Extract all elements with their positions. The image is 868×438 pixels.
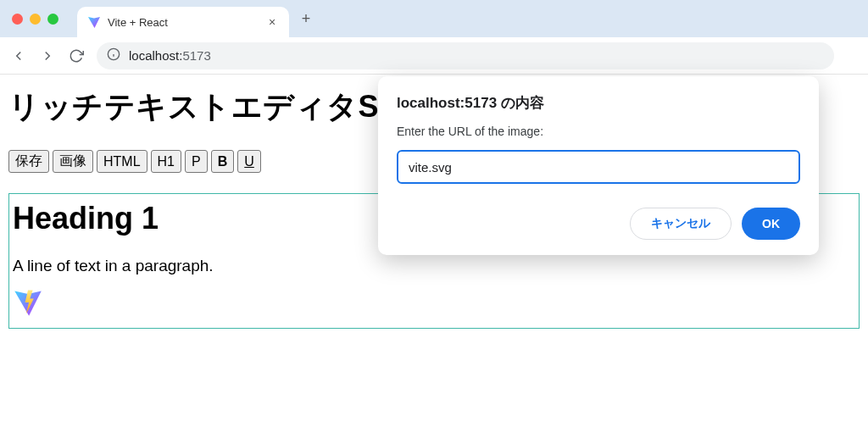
p-button[interactable]: P <box>185 150 208 173</box>
back-icon[interactable] <box>10 47 27 64</box>
browser-toolbar: localhost:5173 <box>0 37 868 75</box>
address-port: 5173 <box>182 48 210 63</box>
address-text: localhost:5173 <box>129 48 211 63</box>
dialog-actions: キャンセル OK <box>397 208 800 240</box>
save-button[interactable]: 保存 <box>8 150 49 173</box>
address-bar[interactable]: localhost:5173 <box>97 42 834 69</box>
window-controls <box>12 14 58 25</box>
address-host: localhost: <box>129 48 182 63</box>
ok-button[interactable]: OK <box>742 208 800 240</box>
prompt-dialog: localhost:5173 の内容 Enter the URL of the … <box>378 76 819 255</box>
html-button[interactable]: HTML <box>97 150 147 173</box>
dialog-input[interactable] <box>397 150 800 184</box>
close-tab-icon[interactable]: × <box>265 15 279 29</box>
editor-image[interactable] <box>13 287 43 318</box>
tab-title: Vite + React <box>108 16 259 29</box>
browser-tab-strip: Vite + React × + <box>0 0 868 37</box>
dialog-title: localhost:5173 の内容 <box>397 93 800 113</box>
underline-button[interactable]: U <box>237 150 261 173</box>
dialog-message: Enter the URL of the image: <box>397 125 800 138</box>
editor-paragraph[interactable]: A line of text in a paragraph. <box>13 257 855 275</box>
reload-icon[interactable] <box>68 47 85 64</box>
cancel-button[interactable]: キャンセル <box>630 208 732 240</box>
minimize-window-icon[interactable] <box>30 14 41 25</box>
h1-button[interactable]: H1 <box>151 150 181 173</box>
maximize-window-icon[interactable] <box>47 14 58 25</box>
vite-favicon-icon <box>87 15 101 29</box>
info-icon <box>107 47 120 64</box>
forward-icon[interactable] <box>39 47 56 64</box>
bold-button[interactable]: B <box>211 150 235 173</box>
new-tab-button[interactable]: + <box>294 7 318 30</box>
image-button[interactable]: 画像 <box>53 150 93 173</box>
close-window-icon[interactable] <box>12 14 23 25</box>
browser-tab[interactable]: Vite + React × <box>77 7 289 37</box>
